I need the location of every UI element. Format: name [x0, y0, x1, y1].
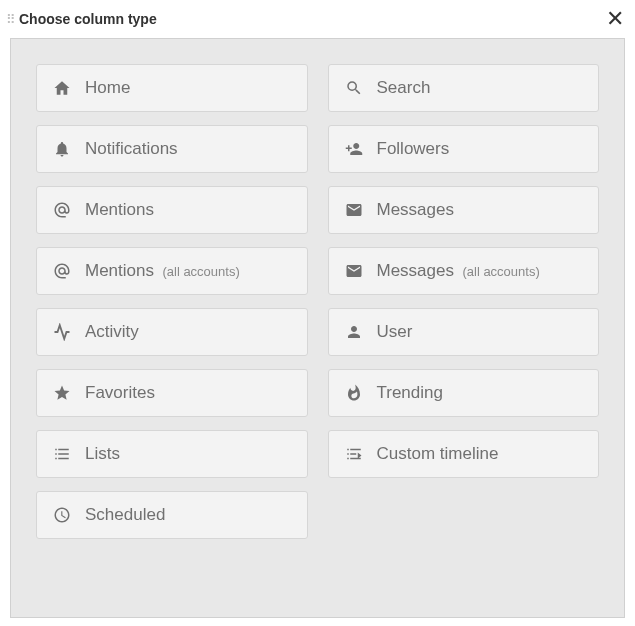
option-user[interactable]: User: [328, 308, 600, 356]
option-followers[interactable]: Followers: [328, 125, 600, 173]
option-label: Search: [377, 78, 431, 98]
add-user-icon: [344, 139, 364, 159]
option-label: Favorites: [85, 383, 155, 403]
header-left: ⠿ Choose column type: [6, 11, 157, 27]
option-label: Followers: [377, 139, 450, 159]
option-label: Mentions: [85, 261, 154, 280]
star-icon: [52, 383, 72, 403]
option-home[interactable]: Home: [36, 64, 308, 112]
list-icon: [52, 444, 72, 464]
option-label: Custom timeline: [377, 444, 499, 464]
option-trending[interactable]: Trending: [328, 369, 600, 417]
option-search[interactable]: Search: [328, 64, 600, 112]
dialog-title: Choose column type: [19, 11, 157, 27]
option-scheduled[interactable]: Scheduled: [36, 491, 308, 539]
envelope-icon: [344, 200, 364, 220]
search-icon: [344, 78, 364, 98]
option-custom-timeline[interactable]: Custom timeline: [328, 430, 600, 478]
at-icon: [52, 200, 72, 220]
option-label: Mentions: [85, 200, 154, 220]
at-icon: [52, 261, 72, 281]
close-icon[interactable]: ✕: [605, 8, 625, 30]
user-icon: [344, 322, 364, 342]
option-activity[interactable]: Activity: [36, 308, 308, 356]
activity-icon: [52, 322, 72, 342]
flame-icon: [344, 383, 364, 403]
option-label: Activity: [85, 322, 139, 342]
option-sublabel: (all accounts): [462, 264, 539, 279]
option-label: Home: [85, 78, 130, 98]
option-mentions-all[interactable]: Mentions (all accounts): [36, 247, 308, 295]
option-label: User: [377, 322, 413, 342]
option-messages-all[interactable]: Messages (all accounts): [328, 247, 600, 295]
option-messages[interactable]: Messages: [328, 186, 600, 234]
option-label: Messages: [377, 261, 454, 280]
option-label: Notifications: [85, 139, 178, 159]
option-label: Lists: [85, 444, 120, 464]
option-notifications[interactable]: Notifications: [36, 125, 308, 173]
clock-icon: [52, 505, 72, 525]
option-label-wrap: Mentions (all accounts): [85, 261, 240, 281]
drag-handle-icon[interactable]: ⠿: [6, 13, 13, 26]
bell-icon: [52, 139, 72, 159]
envelope-icon: [344, 261, 364, 281]
option-label: Messages: [377, 200, 454, 220]
home-icon: [52, 78, 72, 98]
column-type-grid: Home Search Notifications Followers Ment: [36, 64, 599, 539]
option-label: Trending: [377, 383, 443, 403]
option-label-wrap: Messages (all accounts): [377, 261, 540, 281]
dialog-header: ⠿ Choose column type ✕: [0, 0, 635, 38]
option-lists[interactable]: Lists: [36, 430, 308, 478]
column-type-panel: Home Search Notifications Followers Ment: [10, 38, 625, 618]
option-mentions[interactable]: Mentions: [36, 186, 308, 234]
timeline-icon: [344, 444, 364, 464]
option-label: Scheduled: [85, 505, 165, 525]
option-favorites[interactable]: Favorites: [36, 369, 308, 417]
option-sublabel: (all accounts): [162, 264, 239, 279]
